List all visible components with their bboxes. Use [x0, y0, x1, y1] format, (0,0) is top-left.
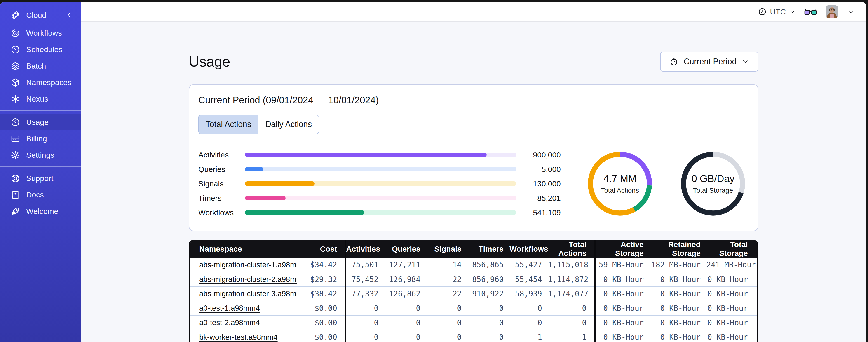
- card-title: Current Period (09/01/2024 — 10/01/2024): [198, 95, 747, 106]
- usage-bar-label: Queries: [198, 165, 240, 174]
- table-cell: 1,115,018: [548, 258, 595, 272]
- table-cell: abs-migration-cluster-3.a98mm4: [190, 286, 297, 301]
- table-cell: 0: [345, 301, 384, 315]
- table-cell: 0: [509, 315, 548, 330]
- usage-bar-row: Signals130,000: [198, 176, 561, 191]
- sidebar-item-welcome[interactable]: Welcome: [0, 203, 81, 219]
- namespace-link[interactable]: a0-test-2.a98mm4: [199, 318, 260, 327]
- table-row: abs-migration-cluster-1.a98mm4$34.4275,5…: [190, 258, 758, 272]
- usage-bar-track: [245, 152, 517, 157]
- usage-bar-fill: [245, 167, 263, 171]
- sidebar-item-schedules[interactable]: Schedules: [0, 41, 81, 58]
- sidebar-item-label: Usage: [26, 118, 49, 127]
- table-cell: $0.00: [297, 330, 345, 342]
- tab-total-actions[interactable]: Total Actions: [199, 115, 258, 134]
- labs-glasses-icon[interactable]: [804, 8, 817, 16]
- sidebar-section-main: Cloud Workflows Schedules: [0, 2, 81, 110]
- usage-bar-value: 5,000: [522, 165, 561, 174]
- table-cell: 910,922: [467, 286, 509, 301]
- table-cell: 75,452: [345, 272, 384, 286]
- sidebar-item-billing[interactable]: Billing: [0, 130, 81, 147]
- user-avatar[interactable]: [826, 5, 838, 18]
- settings-gear-icon: [10, 150, 20, 160]
- table-cell: 59 MB-Hour: [595, 258, 650, 272]
- table-cell: 0: [384, 315, 426, 330]
- table-cell: 0: [345, 330, 384, 342]
- period-selector-label: Current Period: [684, 57, 737, 66]
- table-row: a0-test-2.a98mm4$0.000000000 KB-Hour0 KB…: [190, 315, 758, 330]
- brand-label: Cloud: [26, 11, 46, 20]
- table-cell: 22: [426, 286, 467, 301]
- timezone-dropdown[interactable]: UTC: [758, 7, 796, 16]
- avatar-image: [826, 5, 838, 18]
- total-actions-caption: Total Actions: [601, 186, 639, 194]
- usage-bar-fill: [245, 152, 487, 157]
- batch-icon: [10, 61, 20, 71]
- table-cell: 126,984: [384, 272, 426, 286]
- sidebar-section-footer: Support Docs Welcome: [0, 167, 81, 223]
- table-cell: 0 KB-Hour: [707, 315, 758, 330]
- namespace-link[interactable]: abs-migration-cluster-1.a98mm4: [199, 261, 297, 269]
- sidebar-item-workflows[interactable]: Workflows: [0, 25, 81, 41]
- table-header-cell: Cost: [297, 240, 345, 258]
- usage-bar-label: Activities: [198, 150, 240, 159]
- account-chevron-down-icon[interactable]: [847, 8, 855, 15]
- sidebar-item-label: Namespaces: [26, 78, 71, 87]
- namespace-link[interactable]: abs-migration-cluster-3.a98mm4: [199, 289, 297, 298]
- billing-card-icon: [10, 134, 20, 144]
- table-cell: $29.32: [297, 272, 345, 286]
- table-cell: 0 KB-Hour: [707, 272, 758, 286]
- sidebar-brand: Cloud: [0, 5, 81, 25]
- welcome-rocket-icon: [10, 206, 20, 216]
- table-cell: 0 KB-Hour: [707, 286, 758, 301]
- namespace-link[interactable]: a0-test-1.a98mm4: [199, 304, 260, 312]
- namespace-link[interactable]: bk-worker-test.a98mm4: [199, 333, 278, 341]
- table-row: a0-test-1.a98mm4$0.000000000 KB-Hour0 KB…: [190, 301, 758, 315]
- sidebar-item-label: Welcome: [26, 207, 58, 216]
- period-selector-button[interactable]: Current Period: [660, 52, 758, 71]
- sidebar-item-batch[interactable]: Batch: [0, 58, 81, 74]
- table-cell: 22: [426, 272, 467, 286]
- table-header-cell: Timers: [467, 240, 509, 258]
- docs-book-icon: [10, 190, 20, 200]
- usage-bar-row: Activities900,000: [198, 147, 561, 162]
- table-cell: 0 KB-Hour: [595, 286, 650, 301]
- table-row: bk-worker-test.a98mm4$0.000000110 KB-Hou…: [190, 330, 758, 342]
- sidebar-item-label: Docs: [26, 191, 44, 199]
- namespace-link[interactable]: abs-migration-cluster-2.a98mm4: [199, 275, 297, 283]
- sidebar-item-settings[interactable]: Settings: [0, 147, 81, 163]
- tab-daily-actions[interactable]: Daily Actions: [258, 115, 318, 134]
- sidebar-item-usage[interactable]: Usage: [0, 114, 81, 130]
- table-cell: bk-worker-test.a98mm4: [190, 330, 297, 342]
- namespace-usage-table: NamespaceCostActivitiesQueriesSignalsTim…: [189, 240, 758, 342]
- content-scroll-area[interactable]: Usage Current Period Current Pe: [81, 22, 866, 342]
- table-cell: 0 KB-Hour: [707, 330, 758, 342]
- sidebar-item-namespaces[interactable]: Namespaces: [0, 74, 81, 91]
- table-header-cell: Activities: [345, 240, 384, 258]
- table-cell: $38.42: [297, 286, 345, 301]
- table-cell: 0 KB-Hour: [650, 330, 707, 342]
- table-cell: 0 KB-Hour: [595, 272, 650, 286]
- table-cell: 0: [426, 315, 467, 330]
- usage-bar-row: Timers85,201: [198, 191, 561, 205]
- sidebar-item-docs[interactable]: Docs: [0, 186, 81, 203]
- sidebar-item-support[interactable]: Support: [0, 170, 81, 186]
- usage-bar-row: Workflows541,109: [198, 205, 561, 220]
- usage-bar-value: 900,000: [522, 150, 561, 159]
- usage-bar-track: [245, 210, 517, 215]
- table-cell: 0 KB-Hour: [595, 301, 650, 315]
- clock-icon: [758, 7, 767, 16]
- table-cell: 0 KB-Hour: [650, 301, 707, 315]
- table-cell: $0.00: [297, 301, 345, 315]
- table-cell: 0: [384, 301, 426, 315]
- actions-view-toggle: Total Actions Daily Actions: [198, 114, 319, 134]
- table-header: NamespaceCostActivitiesQueriesSignalsTim…: [190, 240, 758, 258]
- usage-bar-track: [245, 181, 517, 186]
- table-cell: 0 KB-Hour: [595, 330, 650, 342]
- sidebar-item-label: Nexus: [26, 95, 48, 103]
- table-header-cell: Active Storage: [595, 240, 650, 258]
- total-storage-donut: 0 GB/Day Total Storage: [679, 150, 747, 217]
- stopwatch-icon: [669, 57, 679, 66]
- sidebar-item-nexus[interactable]: Nexus: [0, 91, 81, 107]
- collapse-sidebar-icon[interactable]: [65, 11, 73, 19]
